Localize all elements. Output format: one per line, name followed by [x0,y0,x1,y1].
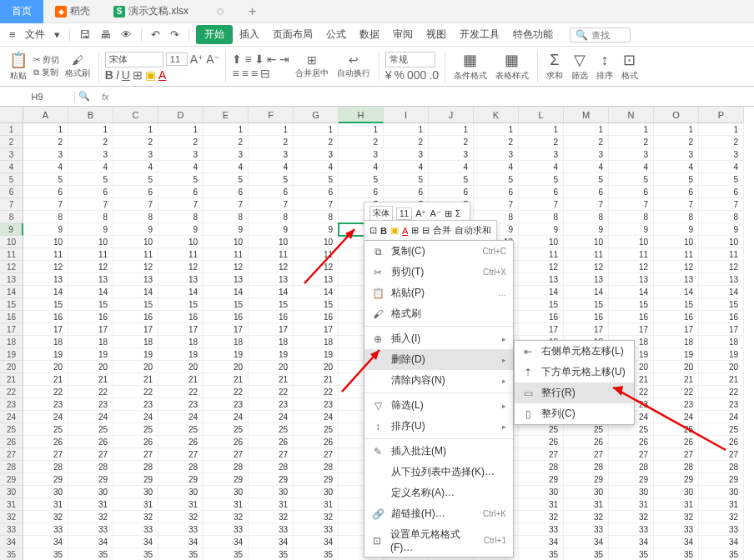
cell[interactable]: 9 [564,223,609,236]
cell[interactable]: 25 [699,423,744,436]
cell[interactable]: 12 [249,261,294,273]
cell[interactable]: 16 [204,311,249,323]
cell[interactable]: 31 [654,498,699,511]
cell[interactable]: 26 [158,436,204,448]
cell[interactable]: 19 [68,348,113,361]
cell[interactable]: 1 [699,123,744,136]
cell[interactable]: 9 [23,223,68,236]
cell[interactable]: 32 [654,511,699,523]
cell[interactable]: 12 [609,261,654,273]
cell[interactable]: 18 [294,336,339,348]
cell[interactable]: 34 [23,536,68,548]
cell[interactable]: 33 [699,523,744,536]
cell[interactable]: 25 [113,423,158,436]
cell[interactable]: 25 [609,423,654,436]
cell[interactable]: 18 [113,336,158,348]
cell[interactable]: 24 [294,411,339,423]
cell[interactable]: 25 [158,423,204,436]
cell[interactable]: 24 [654,411,699,423]
mini-sum-icon[interactable]: Σ [455,208,461,218]
mini-fmt-icon[interactable]: ⊡ [369,225,377,236]
cell[interactable]: 13 [654,273,699,286]
copy-button[interactable]: ⧉ 复制 [33,67,59,78]
row-header[interactable]: 9 [0,223,23,236]
cell[interactable]: 4 [294,161,339,173]
cell[interactable]: 14 [23,286,68,298]
cell[interactable]: 30 [68,486,113,498]
search-input[interactable] [591,30,625,40]
cell[interactable]: 34 [519,536,564,548]
cell[interactable]: 31 [68,498,113,511]
cell[interactable]: 23 [654,398,699,411]
cell[interactable]: 20 [294,361,339,373]
cell[interactable]: 28 [519,461,564,473]
cell[interactable]: 33 [654,523,699,536]
inc-dec-icon[interactable]: .0 [429,68,439,82]
cell[interactable]: 26 [204,436,249,448]
cell[interactable]: 16 [23,311,68,323]
cell[interactable]: 21 [204,373,249,386]
ctx-clear[interactable]: 清除内容(N)▸ [364,370,513,391]
cell[interactable]: 5 [339,173,384,186]
cell[interactable]: 18 [158,336,204,348]
cell[interactable]: 33 [113,523,158,536]
cell[interactable]: 18 [249,336,294,348]
cell[interactable]: 27 [519,448,564,461]
format-button[interactable]: ⊡格式 [619,51,641,82]
border-icon[interactable]: ⊞ [133,68,143,82]
cell[interactable]: 29 [113,473,158,486]
cell[interactable]: 1 [339,123,384,136]
cell[interactable]: 35 [564,548,609,560]
col-header[interactable]: O [654,107,699,123]
tab-daoke[interactable]: ◆ 稻壳 [43,0,102,23]
cell[interactable]: 30 [294,486,339,498]
ribbon-tab-0[interactable]: 开始 [196,25,233,44]
cell[interactable]: 26 [249,436,294,448]
col-header[interactable]: B [68,107,113,123]
cell[interactable]: 14 [654,286,699,298]
cell[interactable]: 2 [204,136,249,148]
cell[interactable]: 26 [609,436,654,448]
row-header[interactable]: 25 [0,423,23,436]
align-center-icon[interactable]: ≡ [242,67,249,80]
cell[interactable]: 17 [699,323,744,336]
cell[interactable]: 17 [609,323,654,336]
cell[interactable]: 5 [384,173,429,186]
cell[interactable]: 16 [699,311,744,323]
cell[interactable]: 15 [564,298,609,311]
cell[interactable]: 31 [294,498,339,511]
ctx-copy[interactable]: ⧉复制(C)Ctrl+C [364,241,513,262]
col-header[interactable]: I [384,107,429,123]
cell[interactable]: 26 [113,436,158,448]
cell[interactable]: 3 [519,148,564,161]
ctx-delete[interactable]: 删除(D)▸ [364,349,513,370]
cell[interactable]: 20 [158,361,204,373]
cell[interactable]: 30 [654,486,699,498]
percent-icon[interactable]: % [394,68,404,82]
cell[interactable]: 6 [564,186,609,198]
cell[interactable]: 6 [609,186,654,198]
cell[interactable]: 22 [113,386,158,398]
cell[interactable]: 24 [249,411,294,423]
cell[interactable]: 19 [204,348,249,361]
cell[interactable]: 30 [158,486,204,498]
cell[interactable]: 2 [68,136,113,148]
cell[interactable]: 26 [654,436,699,448]
row-header[interactable]: 26 [0,436,23,448]
cond-format[interactable]: ▦条件格式 [451,51,490,82]
cell[interactable]: 34 [113,536,158,548]
cell[interactable]: 11 [609,248,654,261]
cell[interactable]: 14 [564,286,609,298]
cell[interactable]: 6 [113,186,158,198]
ctx-cut[interactable]: ✂剪切(T)Ctrl+X [364,262,513,282]
cell[interactable]: 27 [23,448,68,461]
cell[interactable]: 1 [609,123,654,136]
sub-shift-left[interactable]: ⇤右侧单元格左移(L) [515,341,634,362]
cell[interactable]: 12 [23,261,68,273]
cell[interactable]: 13 [68,273,113,286]
cell[interactable]: 5 [609,173,654,186]
cell[interactable]: 25 [519,423,564,436]
cell[interactable]: 28 [204,461,249,473]
cell[interactable]: 18 [699,336,744,348]
cell[interactable]: 11 [564,248,609,261]
